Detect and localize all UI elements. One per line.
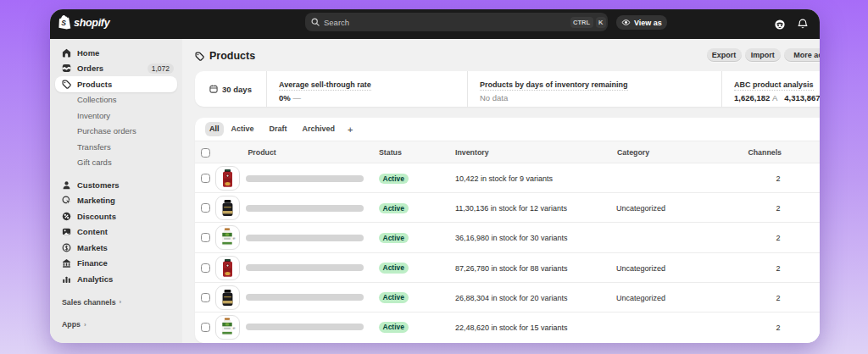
svg-text:e: e bbox=[233, 325, 236, 330]
svg-text:S: S bbox=[61, 19, 66, 27]
svg-text:e: e bbox=[233, 235, 236, 241]
